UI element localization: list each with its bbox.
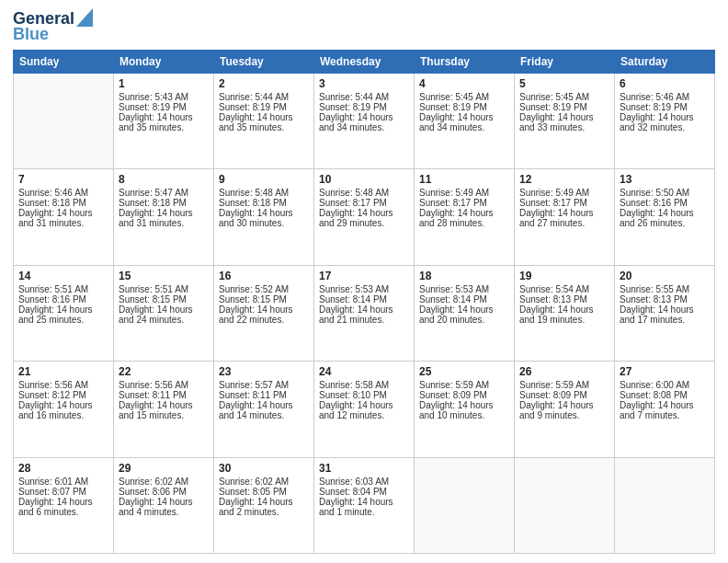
day-number: 25	[419, 365, 509, 378]
day-info-line: Daylight: 14 hours	[519, 304, 609, 315]
day-info-line: Sunset: 8:09 PM	[419, 390, 509, 400]
day-info-line: and 35 minutes.	[219, 122, 309, 132]
day-info-line: and 14 minutes.	[219, 410, 309, 420]
day-number: 9	[219, 173, 309, 186]
calendar-cell: 2Sunrise: 5:44 AMSunset: 8:19 PMDaylight…	[214, 74, 314, 169]
calendar-cell: 18Sunrise: 5:53 AMSunset: 8:14 PMDayligh…	[415, 265, 515, 361]
day-number: 31	[319, 462, 409, 475]
day-info-line: Sunset: 8:17 PM	[519, 198, 609, 208]
calendar-week-row: 7Sunrise: 5:46 AMSunset: 8:18 PMDaylight…	[14, 169, 715, 265]
day-info-line: Daylight: 14 hours	[18, 304, 108, 315]
day-info-line: Sunset: 8:11 PM	[119, 390, 209, 400]
day-info-line: Sunrise: 6:00 AM	[620, 380, 710, 390]
day-info-line: Sunset: 8:09 PM	[519, 390, 609, 400]
day-info-line: Sunrise: 5:45 AM	[519, 92, 609, 102]
day-info-line: and 25 minutes.	[18, 315, 108, 325]
day-info-line: Daylight: 14 hours	[319, 304, 409, 315]
day-number: 26	[519, 365, 609, 378]
day-info-line: and 12 minutes.	[319, 410, 409, 420]
calendar-cell: 21Sunrise: 5:56 AMSunset: 8:12 PMDayligh…	[14, 362, 114, 457]
day-info-line: Sunrise: 6:02 AM	[119, 477, 209, 487]
day-number: 11	[419, 173, 509, 186]
day-number: 17	[319, 270, 409, 282]
day-number: 7	[18, 173, 108, 186]
col-thursday: Thursday	[415, 51, 515, 74]
day-info-line: Sunrise: 5:48 AM	[219, 188, 309, 198]
day-info-line: and 26 minutes.	[620, 218, 710, 228]
day-info-line: Sunrise: 5:45 AM	[419, 92, 509, 102]
day-info-line: Daylight: 14 hours	[319, 112, 409, 122]
day-number: 22	[119, 365, 209, 378]
day-info-line: and 19 minutes.	[519, 315, 609, 325]
day-info-line: Sunset: 8:19 PM	[319, 102, 409, 112]
day-number: 29	[119, 462, 209, 475]
day-info-line: Daylight: 14 hours	[119, 400, 209, 410]
col-wednesday: Wednesday	[314, 51, 415, 74]
day-info-line: Sunset: 8:13 PM	[620, 294, 710, 304]
day-number: 2	[219, 77, 309, 90]
calendar-header-row: Sunday Monday Tuesday Wednesday Thursday…	[14, 51, 715, 74]
day-info-line: Sunset: 8:11 PM	[219, 390, 309, 400]
day-number: 12	[519, 173, 609, 186]
day-number: 24	[319, 365, 409, 378]
calendar-cell	[14, 74, 114, 169]
day-info-line: Daylight: 14 hours	[219, 304, 309, 315]
day-info-line: and 30 minutes.	[219, 218, 309, 228]
calendar-week-row: 14Sunrise: 5:51 AMSunset: 8:16 PMDayligh…	[14, 265, 715, 361]
day-info-line: Sunset: 8:16 PM	[18, 294, 108, 304]
col-monday: Monday	[114, 51, 214, 74]
day-info-line: Sunset: 8:19 PM	[419, 102, 509, 112]
day-number: 21	[18, 365, 108, 378]
day-info-line: and 10 minutes.	[419, 410, 509, 420]
day-info-line: Daylight: 14 hours	[119, 112, 209, 122]
day-number: 5	[519, 77, 609, 90]
logo-triangle-icon	[76, 8, 93, 27]
day-info-line: Sunset: 8:04 PM	[319, 487, 409, 497]
day-info-line: Sunset: 8:19 PM	[119, 102, 209, 112]
calendar-cell: 27Sunrise: 6:00 AMSunset: 8:08 PMDayligh…	[615, 362, 715, 457]
day-number: 3	[319, 77, 409, 90]
calendar-cell: 28Sunrise: 6:01 AMSunset: 8:07 PMDayligh…	[14, 457, 114, 553]
day-info-line: Daylight: 14 hours	[620, 304, 710, 315]
calendar-cell: 19Sunrise: 5:54 AMSunset: 8:13 PMDayligh…	[515, 265, 615, 361]
day-info-line: Daylight: 14 hours	[18, 400, 108, 410]
logo: General Blue	[13, 9, 93, 44]
calendar-cell: 1Sunrise: 5:43 AMSunset: 8:19 PMDaylight…	[114, 74, 214, 169]
day-info-line: Daylight: 14 hours	[319, 497, 409, 507]
logo-blue: Blue	[13, 25, 49, 44]
calendar-cell: 8Sunrise: 5:47 AMSunset: 8:18 PMDaylight…	[114, 169, 214, 265]
day-info-line: and 35 minutes.	[119, 122, 209, 132]
day-info-line: Sunrise: 5:47 AM	[119, 188, 209, 198]
day-info-line: Sunset: 8:14 PM	[419, 294, 509, 304]
calendar-cell: 15Sunrise: 5:51 AMSunset: 8:15 PMDayligh…	[114, 265, 214, 361]
day-info-line: Sunrise: 5:58 AM	[319, 380, 409, 390]
day-info-line: Sunset: 8:18 PM	[119, 198, 209, 208]
day-info-line: Sunset: 8:07 PM	[18, 487, 108, 497]
calendar-cell: 31Sunrise: 6:03 AMSunset: 8:04 PMDayligh…	[314, 457, 415, 553]
calendar-cell: 20Sunrise: 5:55 AMSunset: 8:13 PMDayligh…	[615, 265, 715, 361]
calendar-cell	[515, 457, 615, 553]
day-info-line: Sunrise: 5:49 AM	[519, 188, 609, 198]
day-info-line: Daylight: 14 hours	[620, 400, 710, 410]
day-info-line: Daylight: 14 hours	[419, 208, 509, 218]
day-info-line: Sunrise: 5:44 AM	[219, 92, 309, 102]
day-number: 18	[419, 270, 509, 282]
day-info-line: Sunrise: 5:51 AM	[119, 284, 209, 294]
calendar-cell: 11Sunrise: 5:49 AMSunset: 8:17 PMDayligh…	[415, 169, 515, 265]
day-info-line: Sunrise: 5:59 AM	[519, 380, 609, 390]
day-info-line: and 34 minutes.	[319, 122, 409, 132]
day-info-line: Sunset: 8:17 PM	[319, 198, 409, 208]
calendar-cell: 17Sunrise: 5:53 AMSunset: 8:14 PMDayligh…	[314, 265, 415, 361]
calendar-week-row: 28Sunrise: 6:01 AMSunset: 8:07 PMDayligh…	[14, 457, 715, 553]
calendar-week-row: 1Sunrise: 5:43 AMSunset: 8:19 PMDaylight…	[14, 74, 715, 169]
day-info-line: and 16 minutes.	[18, 410, 108, 420]
day-info-line: and 6 minutes.	[18, 507, 108, 517]
day-info-line: Sunset: 8:10 PM	[319, 390, 409, 400]
day-info-line: Daylight: 14 hours	[119, 208, 209, 218]
col-tuesday: Tuesday	[214, 51, 314, 74]
day-info-line: and 22 minutes.	[219, 315, 309, 325]
calendar-cell: 4Sunrise: 5:45 AMSunset: 8:19 PMDaylight…	[415, 74, 515, 169]
calendar-cell: 30Sunrise: 6:02 AMSunset: 8:05 PMDayligh…	[214, 457, 314, 553]
calendar-cell: 14Sunrise: 5:51 AMSunset: 8:16 PMDayligh…	[14, 265, 114, 361]
day-info-line: Daylight: 14 hours	[419, 400, 509, 410]
